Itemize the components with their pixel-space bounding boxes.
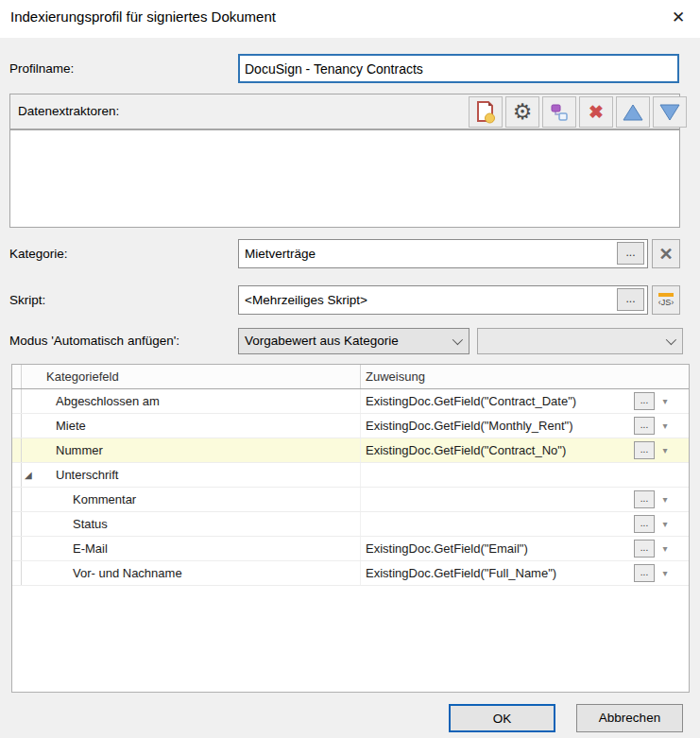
cell-zuweisung: ExistingDoc.GetField("Email") <box>360 537 634 560</box>
row-dropdown-icon[interactable]: ▾ <box>659 389 671 413</box>
field-name-text: E-Mail <box>73 541 108 556</box>
mapping-icon <box>549 102 570 123</box>
row-gutter <box>12 438 22 462</box>
category-browse-button[interactable]: ... <box>617 242 644 265</box>
row-gutter <box>12 389 22 413</box>
row-controls: ...▾ <box>634 488 689 511</box>
cell-zuweisung <box>360 463 634 487</box>
script-field[interactable]: <Mehrzeiliges Skript> ... <box>238 285 648 315</box>
grid-header: Kategoriefeld Zuweisung <box>12 365 689 389</box>
triangle-down-icon <box>658 102 681 123</box>
row-dropdown-icon[interactable]: ▾ <box>659 438 671 462</box>
row-gutter <box>12 561 22 585</box>
row-controls: ...▾ <box>634 389 689 413</box>
row-browse-button[interactable]: ... <box>634 417 655 435</box>
new-extractor-button[interactable] <box>469 96 503 128</box>
category-value: Mietverträge <box>245 247 316 261</box>
row-dropdown-icon[interactable]: ▾ <box>659 414 671 438</box>
row-dropdown-icon[interactable]: ▾ <box>659 537 671 560</box>
table-row[interactable]: ◢Unterschrift <box>12 463 689 488</box>
row-controls: ...▾ <box>634 537 689 560</box>
cell-kategoriefeld: Kommentar <box>22 488 360 511</box>
extractor-mapping-button[interactable] <box>542 96 576 128</box>
cell-zuweisung <box>360 512 634 536</box>
row-browse-button[interactable]: ... <box>634 540 655 558</box>
row-gutter <box>12 463 22 487</box>
row-controls: ...▾ <box>634 561 689 585</box>
table-row[interactable]: Vor- und NachnameExistingDoc.GetField("F… <box>12 561 689 586</box>
row-browse-button[interactable]: ... <box>634 515 655 533</box>
cell-zuweisung <box>360 488 634 511</box>
cell-kategoriefeld: E-Mail <box>22 537 360 560</box>
cell-kategoriefeld: Miete <box>22 414 360 438</box>
row-browse-button[interactable]: ... <box>634 490 655 508</box>
title-bar: Indexierungsprofil für signiertes Dokume… <box>0 0 700 38</box>
category-field-grid-body: Abgeschlossen amExistingDoc.GetField("Co… <box>12 389 689 586</box>
row-controls <box>634 463 689 487</box>
cell-zuweisung: ExistingDoc.GetField("Contract_No") <box>360 438 634 462</box>
field-name-text: Status <box>73 517 108 531</box>
table-row[interactable]: E-MailExistingDoc.GetField("Email")...▾ <box>12 537 689 561</box>
category-field[interactable]: Mietverträge ... <box>238 239 648 268</box>
close-icon[interactable]: ✕ <box>667 7 690 29</box>
delete-extractor-button[interactable]: ✖ <box>579 96 613 128</box>
profile-name-input[interactable] <box>238 54 679 83</box>
tree-expander-icon[interactable]: ◢ <box>25 463 32 487</box>
delete-icon: ✖ <box>589 101 604 123</box>
cell-zuweisung: ExistingDoc.GetField("Full_Name") <box>360 561 634 585</box>
field-name-text: Vor- und Nachname <box>73 566 182 580</box>
chevron-down-icon <box>452 335 463 345</box>
script-browse-button[interactable]: ... <box>617 288 644 311</box>
append-mode-value: Vorgabewert aus Kategorie <box>245 334 399 348</box>
table-row[interactable]: MieteExistingDoc.GetField("Monthly_Rent"… <box>12 414 689 438</box>
cell-zuweisung: ExistingDoc.GetField("Contract_Date") <box>360 389 634 413</box>
cell-kategoriefeld: ◢Unterschrift <box>22 463 360 487</box>
cell-kategoriefeld: Status <box>22 512 360 536</box>
append-mode-select[interactable]: Vorgabewert aus Kategorie <box>238 328 470 354</box>
js-script-icon: ‹JS› <box>658 293 674 307</box>
row-controls: ...▾ <box>634 414 689 438</box>
data-extractors-label: Datenextraktoren: <box>18 104 119 118</box>
script-editor-button[interactable]: ‹JS› <box>652 285 680 315</box>
secondary-select[interactable] <box>477 328 683 354</box>
ok-button[interactable]: OK <box>449 704 555 732</box>
row-browse-button[interactable]: ... <box>634 564 655 582</box>
cell-zuweisung: ExistingDoc.GetField("Monthly_Rent") <box>360 414 634 438</box>
row-browse-button[interactable]: ... <box>634 392 655 410</box>
table-row[interactable]: Kommentar...▾ <box>12 488 689 512</box>
data-extractors-list[interactable] <box>9 129 680 228</box>
new-document-icon <box>474 100 497 125</box>
profile-name-label: Profilname: <box>9 61 74 76</box>
indexing-profile-dialog: Indexierungsprofil für signiertes Dokume… <box>0 0 700 738</box>
row-controls: ...▾ <box>634 512 689 536</box>
data-extractors-panel: Datenextraktoren: ⚙✖ <box>9 94 680 129</box>
row-dropdown-icon[interactable]: ▾ <box>659 488 671 511</box>
row-controls: ...▾ <box>634 438 689 462</box>
category-clear-button[interactable]: ✕ <box>652 239 680 268</box>
cell-kategoriefeld: Abgeschlossen am <box>22 389 360 413</box>
move-down-button[interactable] <box>653 96 687 128</box>
extractor-settings-button[interactable]: ⚙ <box>505 96 539 128</box>
row-dropdown-icon[interactable]: ▾ <box>659 561 671 585</box>
category-field-grid: Kategoriefeld Zuweisung Abgeschlossen am… <box>11 364 690 693</box>
cell-kategoriefeld: Vor- und Nachname <box>22 561 360 585</box>
column-header-kategoriefeld[interactable]: Kategoriefeld <box>22 365 360 388</box>
row-browse-button[interactable]: ... <box>634 441 655 459</box>
move-up-button[interactable] <box>616 96 650 128</box>
triangle-up-icon <box>622 102 644 123</box>
row-dropdown-icon[interactable]: ▾ <box>659 512 671 536</box>
table-row[interactable]: Status...▾ <box>12 512 689 537</box>
gear-icon: ⚙ <box>513 99 533 125</box>
field-name-text: Kommentar <box>73 492 136 506</box>
field-name-text: Miete <box>56 419 86 433</box>
table-row[interactable]: Abgeschlossen amExistingDoc.GetField("Co… <box>12 389 689 414</box>
cancel-button[interactable]: Abbrechen <box>576 704 683 732</box>
table-row[interactable]: NummerExistingDoc.GetField("Contract_No"… <box>12 438 689 463</box>
row-gutter <box>12 537 22 560</box>
category-label: Kategorie: <box>9 247 68 261</box>
dialog-title: Indexierungsprofil für signiertes Dokume… <box>10 9 276 25</box>
field-name-text: Abgeschlossen am <box>56 394 160 408</box>
column-header-zuweisung[interactable]: Zuweisung <box>360 365 689 388</box>
chevron-down-icon <box>666 335 676 345</box>
row-gutter <box>12 488 22 511</box>
